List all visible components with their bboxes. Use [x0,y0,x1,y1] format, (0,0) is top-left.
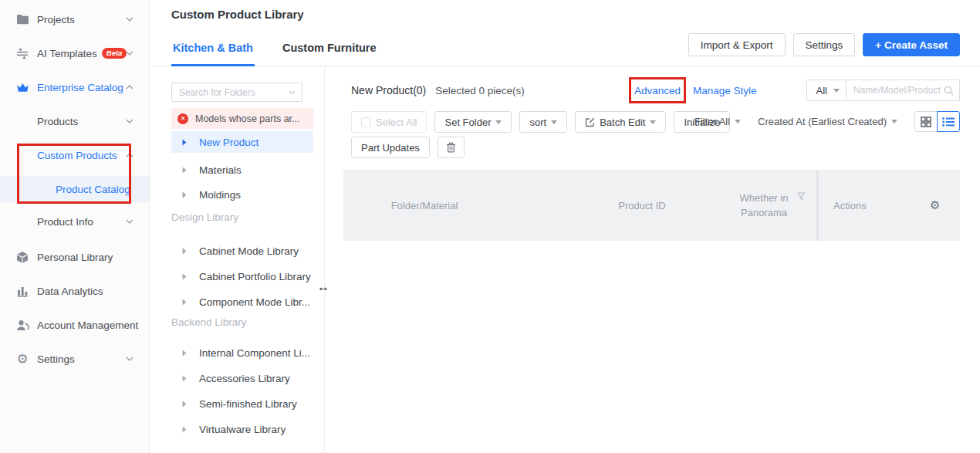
sidebar-item-label: AI Templates [37,48,97,59]
caret-right-icon[interactable] [182,401,190,407]
folder-search-input[interactable] [172,87,289,98]
sidebar-item-personal-library[interactable]: Personal Library [0,244,149,270]
chevron-down-icon [126,51,133,56]
tree-item-cabinet-portfolio-library[interactable]: Cabinet Portfolio Library [171,265,313,287]
column-actions: Actions [833,200,867,211]
folder-icon [15,12,29,26]
caret-right-icon[interactable] [182,375,190,382]
toolbar-row-2: Part Updates [351,137,465,158]
delete-button[interactable] [438,137,465,158]
caret-down-icon [833,89,840,93]
column-folder-material: Folder/Material [391,200,458,211]
manage-style-link[interactable]: Manage Style [693,85,757,96]
tree-item-materials[interactable]: Materials [171,159,313,181]
sidebar-item-ai-templates[interactable]: AI Templates Beta [0,40,149,66]
filter-all-dropdown[interactable]: Filter All [694,116,741,127]
grid-icon [921,117,931,127]
folder-search-select[interactable] [171,83,302,102]
tree-item-new-product[interactable]: New Product [171,131,313,153]
folder-panel: ✕ Models whose parts ar... New Product M… [150,66,325,453]
chevron-up-icon [126,85,133,90]
search-category-select[interactable]: All [806,79,847,101]
sidebar-item-product-catalog[interactable]: Product Catalog [0,176,149,202]
caret-down-icon [650,120,656,124]
sidebar-item-label: Enterprise Catalog [37,82,123,93]
caret-right-icon[interactable] [182,350,190,357]
sidebar-item-product-info[interactable]: Product Info [0,208,149,235]
caret-right-icon[interactable] [182,167,190,174]
chevron-down-icon [126,119,133,123]
chevron-down-icon [126,357,133,361]
tree-item-internal-component-library[interactable]: Internal Component Li... [171,342,313,363]
sidebar-item-data-analytics[interactable]: Data Analytics [0,278,149,304]
import-export-button[interactable]: Import & Export [688,33,786,56]
search-icon[interactable] [944,86,954,96]
tree-item-accessories-library[interactable]: Accessories Library [171,367,313,389]
sidebar-item-custom-products[interactable]: Custom Products [0,142,149,168]
part-updates-button[interactable]: Part Updates [351,137,430,158]
caret-right-icon[interactable] [182,299,190,306]
filter-row: Filter All Created At (Earliest Created) [694,111,960,132]
panel-resize-handle[interactable]: ↔ [317,280,329,294]
tab-bar: Kitchen & Bath Custom Furniture [171,42,378,66]
grid-view-button[interactable] [914,111,938,132]
parts-alert-row[interactable]: ✕ Models whose parts ar... [171,108,313,129]
beta-badge: Beta [102,48,127,59]
advanced-link[interactable]: Advanced [634,85,681,96]
sidebar-item-products[interactable]: Products [0,108,149,134]
tree-item-cabinet-mode-library[interactable]: Cabinet Mode Library [171,240,313,262]
page-title: Custom Product Library [171,8,304,21]
caret-right-icon[interactable] [182,426,190,433]
filter-funnel-icon[interactable] [797,192,806,201]
tree-item-component-mode-library[interactable]: Component Mode Libr... [171,291,313,313]
tree-item-moldings[interactable]: Moldings [171,184,313,205]
tree-item-semi-finished-library[interactable]: Semi-finished Library [171,393,313,414]
sidebar-item-label: Settings [37,353,75,365]
column-settings-gear-icon[interactable]: ⚙ [930,198,940,212]
caret-right-icon[interactable] [182,248,190,255]
bar-chart-icon [15,284,29,298]
toolbar-row-1: Select All Set Folder sort Batch Edit In… [351,111,730,133]
tab-kitchen-bath[interactable]: Kitchen & Bath [171,42,255,66]
selection-status: Selected 0 piece(s) [435,85,525,96]
main-sidebar: Projects AI Templates Beta Enterprise Ca… [0,0,150,453]
sidebar-item-enterprise-catalog[interactable]: Enterprise Catalog [0,74,149,100]
sidebar-item-projects[interactable]: Projects [0,6,149,32]
view-toggle [914,111,960,132]
settings-button[interactable]: Settings [793,33,856,56]
ai-templates-icon [15,46,29,60]
caret-down-icon [735,120,741,123]
select-all-button[interactable]: Select All [351,111,427,133]
crown-icon [15,80,29,94]
chevron-down-icon [126,219,133,224]
batch-edit-button[interactable]: Batch Edit [575,111,666,133]
chevron-down-icon [126,17,133,22]
edit-icon [585,117,595,127]
sidebar-item-account-management[interactable]: Account Management [0,312,149,338]
product-search-input[interactable] [847,85,944,96]
create-asset-button[interactable]: + Create Asset [863,33,960,56]
created-at-sort-dropdown[interactable]: Created At (Earliest Created) [758,116,897,127]
page-header: Custom Product Library Kitchen & Bath Cu… [150,0,980,66]
sidebar-item-label: Product Info [37,216,93,228]
user-icon [15,318,29,332]
content-header-row: New Product(0) Selected 0 piece(s) Advan… [351,79,960,102]
column-whether-in-panorama: Whether in Panorama [729,191,799,220]
set-folder-button[interactable]: Set Folder [434,111,512,133]
caret-down-icon [495,120,502,124]
tab-custom-furniture[interactable]: Custom Furniture [281,42,378,66]
tree-item-virtualware-library[interactable]: Virtualware Library [171,418,313,440]
main-content: New Product(0) Selected 0 piece(s) Advan… [325,66,980,453]
sidebar-item-label: Personal Library [37,252,113,263]
caret-right-icon[interactable] [182,191,190,198]
tree-section-backend-library: Backend Library [171,316,247,328]
caret-right-icon[interactable] [182,273,190,280]
sidebar-item-label: Product Catalog [56,184,130,195]
chevron-up-icon [126,153,133,157]
caret-right-icon[interactable] [182,139,190,146]
table-header: Folder/Material Product ID Whether in Pa… [343,170,960,241]
sort-button[interactable]: sort [519,111,567,133]
list-view-button[interactable] [937,111,960,132]
sidebar-item-settings[interactable]: ⚙ Settings [0,346,149,372]
caret-down-icon [289,90,296,95]
